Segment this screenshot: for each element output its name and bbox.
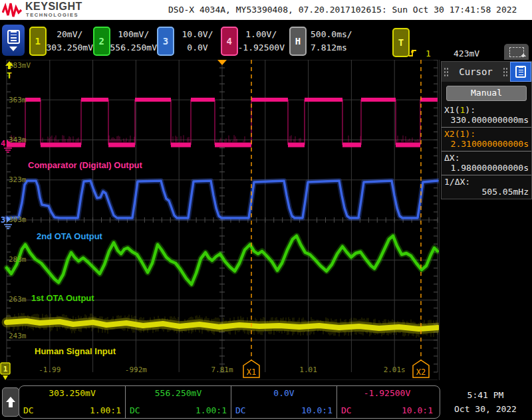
menu-list-icon	[7, 30, 20, 44]
horizontal-readout: 500.0ms/ 7.812ms	[311, 28, 352, 54]
expand-up-button[interactable]	[2, 387, 19, 417]
channel-cell-4: 41.00V/-1.92500V	[221, 27, 285, 56]
trace-label: Human Signal Input	[35, 346, 116, 356]
channel-cell-3: 310.0V/0.0V	[157, 27, 221, 56]
x-axis-label: -992m	[125, 366, 147, 374]
channel-4-button[interactable]: 4	[221, 27, 238, 56]
probe-ratio: 1.00:1	[90, 405, 121, 415]
cursor-panel-title: Cursor	[451, 66, 501, 77]
clock-display: 5:41 PM Oct 30, 2022	[440, 385, 531, 416]
horizontal-block: H 500.0ms/ 7.812ms	[289, 27, 352, 56]
waveform-display: 383mV363m343m323m303m283m263m243m-1.99-9…	[0, 60, 440, 380]
x-axis-label: 1.01	[299, 366, 317, 374]
status-cell-channel-2[interactable]: 556.250mVDC1.00:1	[125, 386, 231, 418]
trace-label: Comparator (Digital) Output	[28, 160, 143, 170]
channel-number: 4	[1, 139, 5, 148]
trace-label: 1st OTA Output	[31, 293, 94, 303]
cursor-row-3: ΔX:1.980000000000s	[442, 151, 531, 175]
probe-ratio: 1.00:1	[196, 405, 227, 415]
coupling-label: DC	[341, 405, 352, 415]
channel-1-scale: 20mV/	[47, 28, 93, 41]
y-axis-label: 243m	[9, 332, 27, 340]
channel-4-scale: 1.00V/	[238, 28, 285, 41]
probe-ratio: 10.0:1	[301, 405, 332, 415]
x-axis-label: 7.81m	[211, 366, 233, 374]
cursor-readouts: X1(1):330.000000000msX2(1):2.31000000000…	[442, 104, 531, 199]
selection-rect-button[interactable]	[504, 44, 529, 60]
trigger-source: 1	[426, 49, 431, 58]
channel-number: 1	[3, 365, 8, 373]
cursor-row-label: X1(1):	[442, 105, 531, 115]
coupling-label: DC	[130, 405, 140, 415]
main-menu-button[interactable]	[2, 25, 25, 56]
channel-3-button[interactable]: 3	[157, 27, 174, 56]
cursor-flag-X2[interactable]: X2	[413, 360, 429, 377]
header-bar: KEYSIGHT TECHNOLOGIES DSO-X 4034A, MY533…	[0, 0, 532, 20]
bottom-status-bar: 303.250mVDC1.00:1556.250mVDC1.00:10.0VDC…	[0, 384, 532, 420]
y-axis-label: 303m	[9, 215, 27, 224]
channel-3-scale: 10.0V/	[174, 28, 221, 41]
channel-3-readout: 10.0V/0.0V	[174, 28, 221, 54]
dashed-rect-icon	[509, 47, 524, 57]
channel-1-offscreen-marker[interactable]: 1	[1, 363, 10, 380]
drag-grip-icon	[444, 67, 449, 77]
cursor-row-label: ΔX:	[442, 153, 531, 163]
right-sidebar: Cursor Manual X1(1):330.000000000msX2(1)…	[439, 60, 532, 380]
control-bar: 120mV/303.250mV2100mV/556.250mV310.0V/0.…	[0, 20, 532, 60]
trigger-t-label: T	[7, 70, 12, 80]
cursor-flag-label: X2	[416, 368, 426, 377]
channel-4-readout: 1.00V/-1.92500V	[238, 28, 285, 54]
instrument-title: DSO-X 4034A, MY53390408, 07.20.201710261…	[168, 5, 517, 15]
cursor-menu-button[interactable]	[510, 62, 531, 82]
cursor-row-value: 330.000000000ms	[442, 115, 531, 125]
x-axis-label: -1.99	[39, 366, 61, 374]
trigger-level: 423mV	[454, 49, 479, 58]
channel-cell-1: 120mV/303.250mV	[29, 27, 93, 56]
channel-coupling-row: DC1.00:1	[23, 405, 121, 415]
channel-1-button[interactable]: 1	[29, 27, 47, 56]
status-cell-channel-3[interactable]: 0.0VDC10.0:1	[231, 386, 336, 418]
cursor-row-4: 1/ΔX:505.05mHz	[442, 175, 531, 199]
cursor-flag-label: X1	[247, 368, 256, 377]
channel-2-button[interactable]: 2	[93, 27, 110, 56]
y-axis-label: 283m	[9, 255, 27, 264]
horizontal-button[interactable]: H	[289, 27, 307, 56]
status-cell-channel-1[interactable]: 303.250mVDC1.00:1	[19, 386, 125, 418]
channel-2-scale: 100mV/	[110, 28, 157, 41]
channel-coupling-row: DC10.0:1	[235, 405, 332, 415]
channel-2-offset: 556.250mV	[110, 41, 157, 54]
y-axis-label: 263m	[9, 295, 27, 304]
cursor-flag-X1[interactable]: X1	[243, 360, 259, 377]
probe-ratio: 10.0:1	[402, 405, 433, 415]
arrow-up-icon	[6, 397, 15, 407]
channel-group: 120mV/303.250mV2100mV/556.250mV310.0V/0.…	[29, 27, 285, 56]
coupling-label: DC	[23, 405, 34, 415]
trigger-time-marker[interactable]	[217, 60, 227, 65]
drag-grip-icon	[503, 67, 508, 77]
channel-value: 303.250mV	[23, 388, 121, 398]
x-axis-label: 2.01s	[384, 366, 406, 374]
scope-graticule: 383mV363m343m323m303m283m263m243m-1.99-9…	[0, 60, 440, 380]
time-text: 5:41 PM	[440, 388, 531, 402]
cursor-row-label: 1/ΔX:	[442, 177, 531, 187]
chevron-down-icon	[9, 47, 17, 51]
y-axis-label: 343m	[9, 136, 27, 144]
y-axis-label: 323m	[9, 175, 27, 184]
rising-edge-icon	[408, 48, 419, 58]
brand-name: KEYSIGHT	[25, 1, 82, 13]
cursor-row-1: X1(1):330.000000000ms	[442, 104, 531, 127]
keysight-logo-icon	[2, 1, 23, 19]
y-axis-label: 363m	[9, 96, 27, 104]
cursor-panel-header[interactable]: Cursor	[442, 62, 531, 82]
cursor-row-2: X2(1):2.310000000000s	[442, 127, 531, 151]
channel-1-readout: 20mV/303.250mV	[47, 28, 93, 54]
trigger-button[interactable]: T	[392, 28, 410, 57]
channel-1-offset: 303.250mV	[47, 41, 93, 54]
channel-2-readout: 100mV/556.250mV	[110, 28, 157, 54]
brand-subtitle: TECHNOLOGIES	[26, 12, 78, 18]
status-cell-channel-4[interactable]: -1.92500VDC10.0:1	[336, 386, 437, 418]
cursor-mode-button[interactable]: Manual	[446, 86, 527, 101]
timebase-scale: 500.0ms/	[311, 28, 352, 41]
channel-4-offset: -1.92500V	[238, 41, 285, 54]
channel-coupling-row: DC10.0:1	[341, 405, 433, 415]
